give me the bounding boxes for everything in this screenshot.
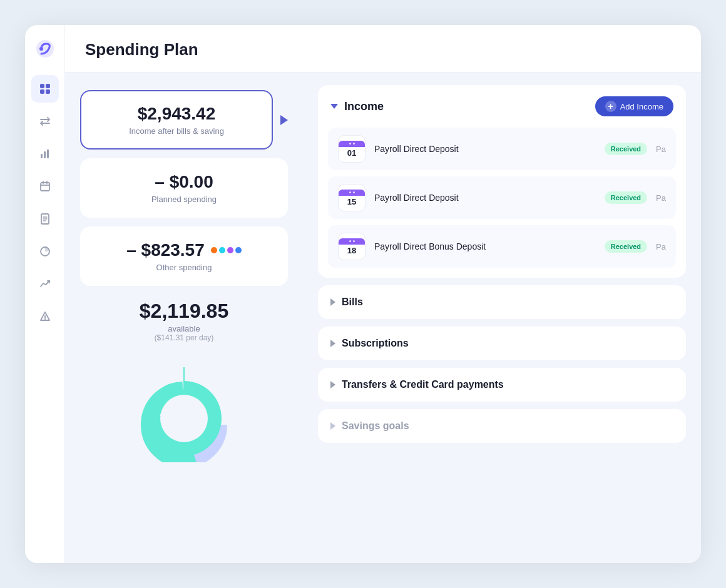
svg-rect-5 bbox=[46, 89, 50, 94]
subscriptions-chevron-icon bbox=[330, 340, 335, 347]
calendar-icon: 18 bbox=[338, 233, 366, 260]
other-spending-card: – $823.57 Other spending bbox=[80, 226, 288, 286]
income-list: 01 Payroll Direct Deposit Received Pa bbox=[318, 128, 686, 278]
arrow-right-icon bbox=[280, 115, 288, 125]
sidebar-item-dashboard[interactable] bbox=[31, 75, 59, 103]
svg-rect-3 bbox=[46, 84, 50, 88]
sidebar-item-alerts[interactable] bbox=[31, 303, 59, 330]
svg-rect-7 bbox=[44, 151, 46, 158]
income-section-header: Income + Add Income bbox=[318, 85, 686, 128]
income-item[interactable]: 15 Payroll Direct Deposit Received Pa bbox=[328, 176, 676, 219]
content-area: $2,943.42 Income after bills & saving – … bbox=[65, 73, 701, 563]
calendar-icon: 01 bbox=[338, 135, 366, 163]
available-sub: ($141.31 per day) bbox=[80, 333, 288, 342]
income-after-bills-label: Income after bills & saving bbox=[96, 126, 257, 136]
sidebar-item-accounts[interactable] bbox=[31, 205, 59, 233]
income-section: Income + Add Income bbox=[318, 85, 686, 278]
received-badge: Received bbox=[605, 143, 647, 155]
page-title: Spending Plan bbox=[85, 40, 681, 59]
other-spending-amount: – $823.57 bbox=[126, 240, 205, 260]
available-label: available bbox=[80, 324, 288, 333]
received-badge: Received bbox=[605, 240, 647, 253]
income-date: 18 bbox=[347, 246, 356, 255]
sidebar-item-trends[interactable] bbox=[31, 270, 59, 298]
savings-title: Savings goals bbox=[342, 420, 409, 432]
planned-spending-card: – $0.00 Planned spending bbox=[80, 158, 288, 218]
bills-chevron-icon bbox=[330, 298, 335, 306]
income-after-bills-amount: $2,943.42 bbox=[96, 104, 257, 124]
bills-header[interactable]: Bills bbox=[318, 285, 686, 319]
transfers-title: Transfers & Credit Card payments bbox=[342, 379, 504, 390]
svg-rect-6 bbox=[41, 154, 43, 158]
income-name: Payroll Direct Deposit bbox=[374, 144, 596, 154]
svg-rect-4 bbox=[40, 89, 44, 94]
subscriptions-section: Subscriptions bbox=[318, 327, 686, 360]
income-item[interactable]: 18 Payroll Direct Bonus Deposit Received… bbox=[328, 225, 676, 268]
available-amount: $2,119.85 bbox=[80, 300, 288, 323]
bills-section: Bills bbox=[318, 285, 686, 319]
received-badge: Received bbox=[605, 191, 647, 204]
svg-rect-8 bbox=[47, 150, 49, 158]
transfers-section: Transfers & Credit Card payments bbox=[318, 368, 686, 402]
income-name: Payroll Direct Deposit bbox=[374, 193, 596, 203]
subscriptions-header[interactable]: Subscriptions bbox=[318, 327, 686, 360]
svg-rect-9 bbox=[41, 183, 49, 191]
income-after-bills-card: $2,943.42 Income after bills & saving bbox=[80, 90, 273, 150]
planned-spending-label: Planned spending bbox=[96, 195, 272, 204]
transfers-header[interactable]: Transfers & Credit Card payments bbox=[318, 368, 686, 402]
subscriptions-title: Subscriptions bbox=[342, 338, 409, 349]
bills-title: Bills bbox=[342, 297, 363, 308]
svg-point-18 bbox=[160, 395, 208, 442]
income-name: Payroll Direct Bonus Deposit bbox=[374, 241, 596, 251]
right-panel: Income + Add Income bbox=[303, 73, 701, 563]
add-income-button[interactable]: + Add Income bbox=[595, 96, 673, 116]
plus-icon: + bbox=[605, 101, 616, 112]
income-item[interactable]: 01 Payroll Direct Deposit Received Pa bbox=[328, 128, 676, 170]
income-section-title: Income bbox=[344, 100, 589, 113]
income-after-bills-wrapper: $2,943.42 Income after bills & saving bbox=[80, 90, 288, 150]
income-extra: Pa bbox=[656, 144, 666, 154]
sidebar-item-calendar[interactable] bbox=[31, 173, 59, 200]
left-panel: $2,943.42 Income after bills & saving – … bbox=[65, 73, 303, 563]
svg-point-0 bbox=[36, 40, 54, 58]
sidebar-item-reports[interactable] bbox=[31, 140, 59, 168]
sidebar bbox=[25, 25, 65, 563]
income-date: 15 bbox=[347, 197, 356, 206]
category-dots-icon bbox=[211, 247, 242, 253]
other-spending-label: Other spending bbox=[96, 263, 272, 272]
add-income-label: Add Income bbox=[620, 102, 663, 111]
income-extra: Pa bbox=[656, 242, 666, 251]
savings-header[interactable]: Savings goals bbox=[318, 409, 686, 443]
sidebar-item-budget[interactable] bbox=[31, 238, 59, 265]
income-chevron-icon[interactable] bbox=[330, 104, 338, 109]
available-section: $2,119.85 available ($141.31 per day) bbox=[80, 295, 288, 347]
header: Spending Plan bbox=[65, 25, 701, 73]
transfers-chevron-icon bbox=[330, 381, 335, 388]
income-date: 01 bbox=[347, 148, 356, 158]
income-extra: Pa bbox=[656, 193, 666, 203]
savings-chevron-icon bbox=[330, 422, 335, 430]
main-content: Spending Plan $2,943.42 Income after bil… bbox=[65, 25, 701, 563]
svg-point-1 bbox=[39, 47, 43, 51]
svg-point-12 bbox=[44, 319, 46, 320]
app-logo bbox=[34, 38, 56, 60]
planned-spending-amount: – $0.00 bbox=[96, 172, 272, 192]
savings-section: Savings goals bbox=[318, 409, 686, 443]
donut-chart bbox=[80, 356, 288, 469]
calendar-icon: 15 bbox=[338, 184, 366, 211]
sidebar-item-transfers[interactable] bbox=[31, 108, 59, 135]
svg-rect-2 bbox=[40, 84, 44, 88]
